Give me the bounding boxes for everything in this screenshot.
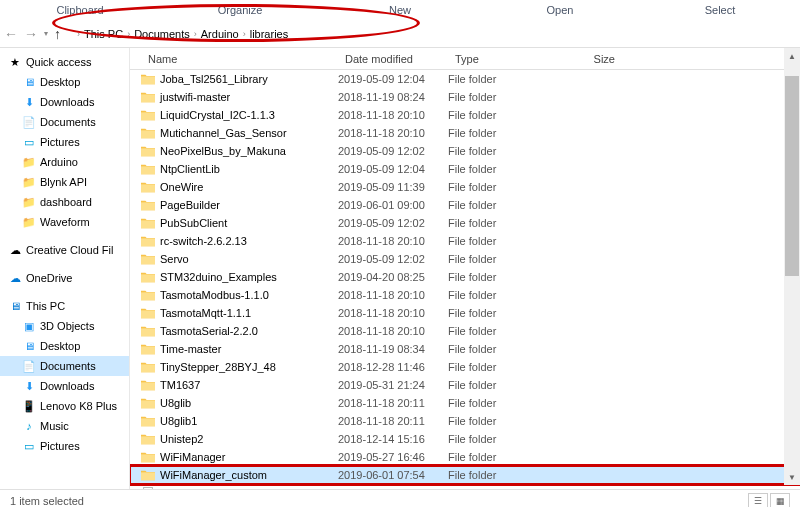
file-type: File folder	[448, 199, 548, 211]
sidebar-label: dashboard	[40, 196, 92, 208]
sidebar-pc-documents[interactable]: 📄Documents	[0, 356, 129, 376]
file-type: File folder	[448, 145, 548, 157]
file-name: Servo	[156, 253, 338, 265]
col-size-header[interactable]: Size	[545, 49, 625, 69]
file-row[interactable]: WiFiManager_custom2019-06-01 07:54File f…	[130, 466, 800, 484]
file-row[interactable]: Joba_Tsl2561_Library2019-05-09 12:04File…	[130, 70, 800, 88]
star-icon: ★	[8, 55, 22, 69]
nav-up-icon[interactable]: ↑	[54, 26, 61, 42]
file-row[interactable]: TasmotaMqtt-1.1.12018-11-18 20:10File fo…	[130, 304, 800, 322]
scroll-thumb[interactable]	[785, 76, 799, 276]
file-row[interactable]: Time-master2018-11-19 08:34File folder	[130, 340, 800, 358]
file-date: 2018-11-17 05:44	[338, 487, 448, 489]
file-date: 2018-11-19 08:24	[338, 91, 448, 103]
file-row[interactable]: U8glib12018-11-18 20:11File folder	[130, 412, 800, 430]
sidebar-label: Downloads	[40, 380, 94, 392]
sidebar-pc-3d-objects[interactable]: ▣3D Objects	[0, 316, 129, 336]
file-name: Joba_Tsl2561_Library	[156, 73, 338, 85]
file-row[interactable]: PubSubClient2019-05-09 12:02File folder	[130, 214, 800, 232]
file-date: 2018-11-18 20:10	[338, 307, 448, 319]
folder-icon	[140, 307, 156, 319]
sidebar-music[interactable]: ♪Music	[0, 416, 129, 436]
breadcrumb-arduino[interactable]: Arduino	[201, 28, 239, 40]
file-row[interactable]: rc-switch-2.6.2.132018-11-18 20:10File f…	[130, 232, 800, 250]
folder-icon	[140, 91, 156, 103]
sidebar-creative-cloud[interactable]: ☁Creative Cloud Fil	[0, 240, 129, 260]
folder-icon: 📁	[22, 195, 36, 209]
col-date-header[interactable]: Date modified	[335, 49, 445, 69]
file-row[interactable]: Mutichannel_Gas_Sensor2018-11-18 20:10Fi…	[130, 124, 800, 142]
file-date: 2019-05-09 12:02	[338, 217, 448, 229]
file-row[interactable]: STM32duino_Examples2019-04-20 08:25File …	[130, 268, 800, 286]
sidebar-item-dashboard[interactable]: 📁dashboard	[0, 192, 129, 212]
file-date: 2018-11-18 20:10	[338, 127, 448, 139]
sidebar-item-blynk-api[interactable]: 📁Blynk API	[0, 172, 129, 192]
file-row[interactable]: readme2018-11-17 05:44TXT File1 KB	[130, 484, 800, 489]
sidebar-item-pictures[interactable]: ▭Pictures	[0, 132, 129, 152]
ribbon-clipboard[interactable]: Clipboard	[0, 4, 160, 16]
file-type: File folder	[448, 469, 548, 481]
sidebar-item-documents[interactable]: 📄Documents	[0, 112, 129, 132]
folder-icon	[140, 361, 156, 373]
file-row[interactable]: TasmotaSerial-2.2.02018-11-18 20:10File …	[130, 322, 800, 340]
ribbon-organize[interactable]: Organize	[160, 4, 320, 16]
file-row[interactable]: TasmotaModbus-1.1.02018-11-18 20:10File …	[130, 286, 800, 304]
nav-history-dropdown-icon[interactable]: ▾	[44, 29, 48, 38]
view-details-button[interactable]: ☰	[748, 493, 768, 508]
file-row[interactable]: WiFiManager2019-05-27 16:46File folder	[130, 448, 800, 466]
file-date: 2018-11-18 20:10	[338, 235, 448, 247]
file-row[interactable]: LiquidCrystal_I2C-1.1.32018-11-18 20:10F…	[130, 106, 800, 124]
file-row[interactable]: OneWire2019-05-09 11:39File folder	[130, 178, 800, 196]
sidebar-label: 3D Objects	[40, 320, 94, 332]
file-type: File folder	[448, 73, 548, 85]
ribbon-new[interactable]: New	[320, 4, 480, 16]
file-row[interactable]: Unistep22018-12-14 15:16File folder	[130, 430, 800, 448]
scroll-up-icon[interactable]: ▲	[784, 48, 800, 64]
file-row[interactable]: NtpClientLib2019-05-09 12:04File folder	[130, 160, 800, 178]
file-type: File folder	[448, 91, 548, 103]
file-row[interactable]: Servo2019-05-09 12:02File folder	[130, 250, 800, 268]
sidebar-item-desktop[interactable]: 🖥Desktop	[0, 72, 129, 92]
sidebar-item-waveform[interactable]: 📁Waveform	[0, 212, 129, 232]
file-row[interactable]: U8glib2018-11-18 20:11File folder	[130, 394, 800, 412]
nav-back-icon[interactable]: ←	[4, 26, 18, 42]
breadcrumb[interactable]: › This PC › Documents › Arduino › librar…	[69, 26, 296, 42]
file-row[interactable]: TM16372019-05-31 21:24File folder	[130, 376, 800, 394]
main-area: ★Quick access 🖥Desktop⬇Downloads📄Documen…	[0, 48, 800, 489]
file-row[interactable]: NeoPixelBus_by_Makuna2019-05-09 12:02Fil…	[130, 142, 800, 160]
folder-icon	[140, 217, 156, 229]
file-type: File folder	[448, 379, 548, 391]
svg-rect-0	[144, 487, 153, 489]
file-type: File folder	[448, 289, 548, 301]
breadcrumb-documents[interactable]: Documents	[134, 28, 190, 40]
file-date: 2018-11-18 20:10	[338, 109, 448, 121]
documents-icon: 📄	[22, 115, 36, 129]
sidebar: ★Quick access 🖥Desktop⬇Downloads📄Documen…	[0, 48, 130, 489]
file-name: rc-switch-2.6.2.13	[156, 235, 338, 247]
ribbon-open[interactable]: Open	[480, 4, 640, 16]
col-name-header[interactable]: Name	[130, 49, 335, 69]
sidebar-quick-access[interactable]: ★Quick access	[0, 52, 129, 72]
ribbon-select[interactable]: Select	[640, 4, 800, 16]
sidebar-item-arduino[interactable]: 📁Arduino	[0, 152, 129, 172]
vertical-scrollbar[interactable]: ▲ ▼	[784, 48, 800, 485]
sidebar-pc-downloads[interactable]: ⬇Downloads	[0, 376, 129, 396]
breadcrumb-thispc[interactable]: This PC	[84, 28, 123, 40]
sidebar-pictures-pc[interactable]: ▭Pictures	[0, 436, 129, 456]
col-type-header[interactable]: Type	[445, 49, 545, 69]
file-row[interactable]: TinyStepper_28BYJ_482018-12-28 11:46File…	[130, 358, 800, 376]
file-row[interactable]: PageBuilder2019-06-01 09:00File folder	[130, 196, 800, 214]
scroll-down-icon[interactable]: ▼	[784, 469, 800, 485]
sidebar-onedrive[interactable]: ☁OneDrive	[0, 268, 129, 288]
sidebar-this-pc[interactable]: 🖥This PC	[0, 296, 129, 316]
file-row[interactable]: justwifi-master2018-11-19 08:24File fold…	[130, 88, 800, 106]
file-type: File folder	[448, 217, 548, 229]
breadcrumb-libraries[interactable]: libraries	[250, 28, 289, 40]
view-large-button[interactable]: ▦	[770, 493, 790, 508]
desktop-icon: 🖥	[22, 339, 36, 353]
sidebar-label: Documents	[40, 360, 96, 372]
sidebar-lenovo[interactable]: 📱Lenovo K8 Plus	[0, 396, 129, 416]
sidebar-pc-desktop[interactable]: 🖥Desktop	[0, 336, 129, 356]
nav-forward-icon[interactable]: →	[24, 26, 38, 42]
sidebar-item-downloads[interactable]: ⬇Downloads	[0, 92, 129, 112]
